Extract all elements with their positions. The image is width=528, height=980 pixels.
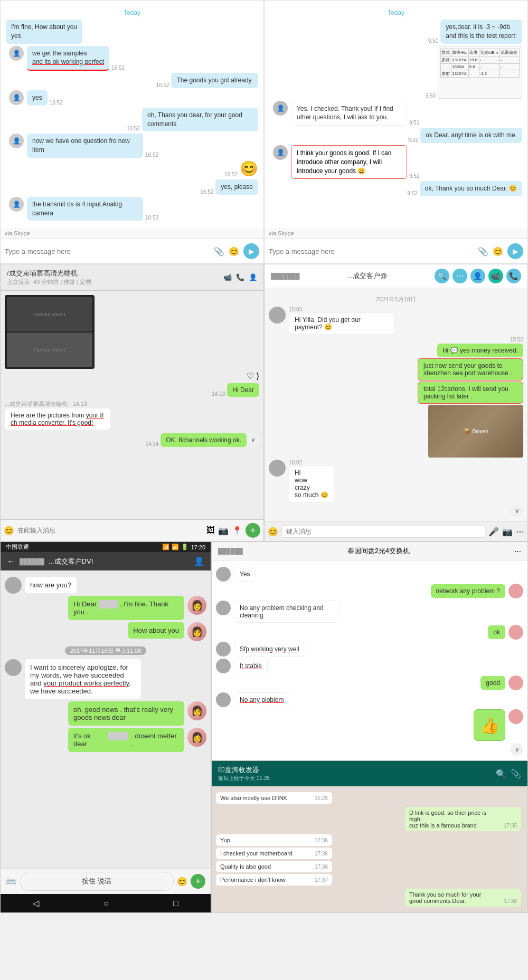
timestamp: 9:53 bbox=[407, 191, 417, 196]
wa-msg-right: Thank you so much for your good comments… bbox=[216, 887, 523, 908]
date-label: 2017年11月18日 早上11:08 bbox=[65, 646, 147, 655]
msg-row: ok Dear. anyt time is ok with me. 9:52 bbox=[270, 128, 522, 143]
back-nav-button[interactable]: ◁ bbox=[33, 898, 39, 908]
avatar bbox=[508, 709, 523, 724]
emoji-icon[interactable]: 😊 bbox=[493, 246, 503, 256]
avatar-right: 👩 bbox=[187, 596, 206, 615]
phone-header: ← ██████ ...成交客户DVI 👤 bbox=[1, 552, 211, 570]
message-input-right[interactable] bbox=[269, 248, 478, 255]
recent-nav-button[interactable]: □ bbox=[173, 899, 178, 908]
msg-row: 👤 I think your goods is good. If I can i… bbox=[270, 145, 522, 179]
profile-icon[interactable]: 👤 bbox=[194, 556, 204, 566]
wechat-msg-left: ...成交束埔赛高清光端机 · 14:13 Here are the pictu… bbox=[5, 400, 259, 430]
home-nav-button[interactable]: ○ bbox=[103, 899, 109, 908]
wechat2-footer[interactable]: 😊 🎤 📷 ⋯ bbox=[265, 521, 527, 541]
timestamp: 16:52 bbox=[224, 172, 238, 177]
wechat2-msg-left2: 16:02 Hiwowcrazyso much 😊 bbox=[269, 460, 523, 502]
blurred-header: ██████ bbox=[218, 548, 243, 554]
avatar bbox=[269, 307, 286, 324]
wa-bubble: We also mostly use DlINK 15:25 bbox=[216, 792, 332, 804]
good-sticker: 👍 bbox=[474, 709, 505, 741]
person-icon[interactable]: 👤 bbox=[249, 273, 257, 281]
timestamp: 16:53 bbox=[145, 215, 158, 221]
message-text: Performance i don't know bbox=[220, 877, 286, 883]
thailand-panel: ██████ 泰国间盘2光4交换机 ⋯ Yes network any prob… bbox=[211, 541, 528, 760]
bubble: Yes. I checked. Thank you! If I find oth… bbox=[291, 101, 407, 126]
camera-screenshot: Camera View 1 Camera View 2 bbox=[5, 295, 95, 369]
bubble: network any problem ? bbox=[431, 584, 505, 598]
timestamp: 16:52 bbox=[111, 65, 125, 71]
message-input[interactable] bbox=[5, 248, 214, 255]
bubble: No any ploblem bbox=[234, 692, 289, 707]
add-contact-button[interactable]: 👤 bbox=[470, 269, 485, 283]
video-icon[interactable]: 📹 bbox=[223, 273, 232, 281]
bubble: Here are the pictures from your 8 ch med… bbox=[5, 408, 110, 430]
scroll-down-button[interactable]: ∨ bbox=[511, 743, 523, 756]
bubble: I want to sincerely apologize, for my wo… bbox=[25, 659, 141, 699]
avatar-right: 👩 bbox=[187, 701, 206, 720]
more-icon[interactable]: ⋯ bbox=[516, 527, 524, 537]
th-msg-right: good bbox=[216, 675, 523, 690]
add-button[interactable]: + bbox=[246, 523, 260, 538]
timestamp: 16:52 bbox=[145, 152, 158, 158]
wechat-footer-left[interactable]: 😊 🖼 📷 📍 + bbox=[1, 519, 263, 541]
signal-icon: 📶 bbox=[172, 544, 179, 550]
avatar: 👤 bbox=[9, 46, 24, 61]
status-bar: 中国联通 📶 📶 🔋 17:20 bbox=[1, 542, 211, 552]
message-input[interactable] bbox=[281, 525, 485, 538]
via-skype-label: via Skype bbox=[1, 228, 263, 239]
photo-icon[interactable]: 📷 bbox=[502, 527, 513, 537]
forward-icon: ⟩ bbox=[256, 371, 259, 381]
video-call-button[interactable]: 📹 bbox=[488, 269, 503, 283]
add-button[interactable]: + bbox=[191, 874, 205, 889]
msg-time: 15:03 bbox=[289, 307, 394, 312]
bottom-section: 中国联通 📶 📶 🔋 17:20 ← ██████ ...成交客户DVI 👤 h… bbox=[0, 541, 528, 913]
emoji-icon[interactable]: 😊 bbox=[4, 526, 14, 536]
avatar bbox=[269, 460, 286, 477]
search-icon[interactable]: 🔍 bbox=[496, 769, 506, 779]
keyboard-icon[interactable]: ⌨️ bbox=[6, 877, 16, 887]
attachment-icon[interactable]: 📎 bbox=[478, 246, 488, 256]
mic-icon[interactable]: 🎤 bbox=[488, 527, 499, 537]
location-icon[interactable]: 📍 bbox=[232, 526, 242, 536]
boxes-photo: 📦 Boxes bbox=[428, 405, 523, 458]
top-right-chat: Today yes,dear. it is -3 ~ -9dband this … bbox=[264, 0, 528, 264]
voice-button[interactable]: 按住 说话 bbox=[20, 872, 174, 891]
phone-call-button[interactable]: 📞 bbox=[506, 269, 521, 283]
attachment-icon[interactable]: 📎 bbox=[214, 246, 224, 256]
emoji-icon[interactable]: 😊 bbox=[177, 877, 187, 887]
emoji-icon[interactable]: 😊 bbox=[268, 527, 278, 537]
photo-icon[interactable]: 📷 bbox=[218, 526, 229, 536]
phone-icon[interactable]: 📞 bbox=[236, 273, 244, 281]
phone-msg: it's ok dear ████ . dosent metter . 👩 bbox=[5, 728, 206, 752]
more-icon[interactable]: ⋯ bbox=[514, 547, 521, 555]
back-button[interactable]: ← bbox=[7, 557, 15, 566]
footer-icons-right: 📎 😊 ▶ bbox=[478, 243, 523, 259]
send-button-right[interactable]: ▶ bbox=[507, 243, 523, 259]
scroll-down-button[interactable]: ∨ bbox=[511, 505, 523, 517]
chat-footer-left[interactable]: 📎 😊 ▶ bbox=[1, 239, 263, 263]
chat-footer-right[interactable]: 📎 😊 ▶ bbox=[265, 239, 527, 263]
message-input[interactable] bbox=[17, 527, 203, 534]
avatar bbox=[5, 659, 22, 676]
timestamp: 9:51 bbox=[409, 120, 419, 126]
msg-bubble: 15:03 Hi Yilia. Did you get our payment?… bbox=[289, 307, 394, 335]
carrier: 中国联通 bbox=[6, 543, 29, 551]
bubble: Hiwowcrazyso much 😊 bbox=[289, 465, 334, 502]
send-button[interactable]: ▶ bbox=[243, 243, 259, 259]
avatar bbox=[216, 567, 231, 582]
search-button[interactable]: 🔍 bbox=[435, 269, 449, 283]
date-divider: 2021年5月18日 bbox=[269, 296, 523, 303]
scroll-down-button[interactable]: ∨ bbox=[247, 433, 259, 446]
wa-msg-right: D link is good. so thier price is highcu… bbox=[216, 805, 523, 833]
more-button[interactable]: ⋯ bbox=[452, 269, 467, 283]
attachment-icon[interactable]: 📎 bbox=[511, 769, 521, 779]
image-icon[interactable]: 🖼 bbox=[206, 526, 215, 535]
emoji-icon[interactable]: 😊 bbox=[229, 246, 239, 256]
msg-row: 😊 16:52 bbox=[6, 160, 258, 177]
phone-msg: Hi Dear ████ , I'm fine. Thank you . 👩 bbox=[5, 596, 206, 620]
avatar: 👤 bbox=[273, 145, 288, 160]
heart-icon: ♡ bbox=[247, 371, 254, 381]
timestamp: 9:50 bbox=[428, 38, 438, 44]
timestamp: 16:52 bbox=[156, 82, 169, 88]
